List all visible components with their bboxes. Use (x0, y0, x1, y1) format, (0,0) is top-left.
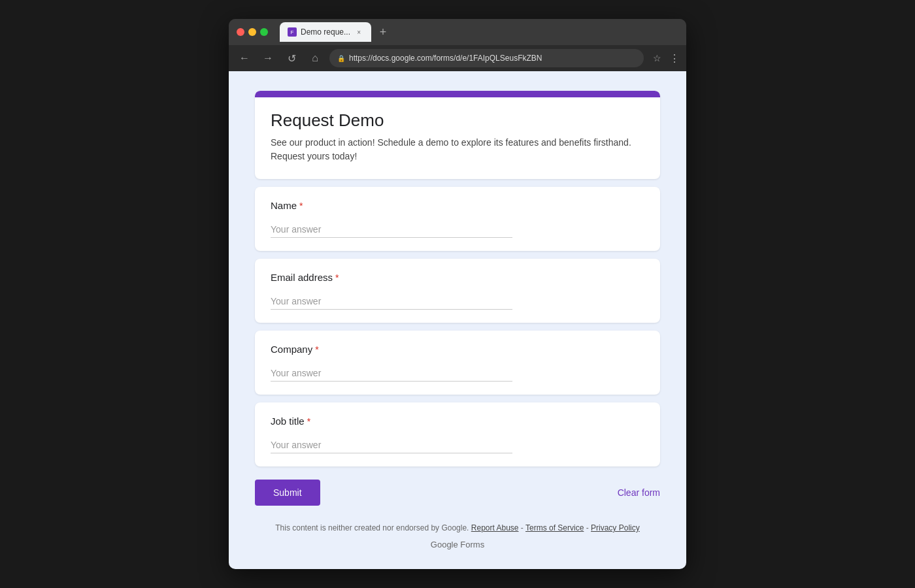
home-button[interactable]: ⌂ (306, 49, 324, 67)
email-label: Email address * (271, 272, 644, 283)
title-bar: F Demo reque... × + (229, 19, 686, 45)
email-input[interactable] (271, 293, 512, 310)
form-title: Request Demo (271, 110, 644, 131)
tab-favicon-icon: F (288, 27, 297, 37)
email-field-card: Email address * (255, 259, 660, 323)
footer: This content is neither created nor endo… (255, 521, 660, 536)
name-label: Name * (271, 200, 644, 211)
name-input[interactable] (271, 221, 512, 238)
footer-separator-1: - (521, 523, 525, 532)
report-abuse-link[interactable]: Report Abuse (471, 523, 519, 532)
tab-title: Demo reque... (301, 27, 350, 37)
job-title-label: Job title * (271, 416, 644, 427)
privacy-link[interactable]: Privacy Policy (591, 523, 640, 532)
company-label: Company * (271, 344, 644, 355)
terms-link[interactable]: Terms of Service (525, 523, 584, 532)
company-required-star: * (315, 344, 318, 355)
footer-text: This content is neither created nor endo… (275, 523, 469, 532)
google-forms-logo: Google Forms (255, 540, 660, 549)
url-text: https://docs.google.com/forms/d/e/1FAIpQ… (349, 54, 542, 63)
tab-bar: F Demo reque... × + (280, 22, 678, 42)
close-window-button[interactable] (237, 28, 244, 36)
footer-links: Report Abuse - Terms of Service - Privac… (471, 523, 640, 532)
back-button[interactable]: ← (235, 49, 254, 67)
name-required-star: * (299, 201, 303, 211)
traffic-lights (237, 28, 268, 36)
forward-button[interactable]: → (259, 49, 277, 67)
browser-menu-button[interactable]: ⋮ (669, 52, 680, 65)
maximize-window-button[interactable] (260, 28, 268, 36)
clear-form-button[interactable]: Clear form (618, 487, 660, 498)
company-field-card: Company * (255, 331, 660, 395)
email-required-star: * (335, 272, 339, 283)
page-content: Request Demo See our product in action! … (229, 71, 686, 569)
footer-separator-2: - (586, 523, 591, 532)
new-tab-button[interactable]: + (374, 23, 392, 41)
name-field-card: Name * (255, 187, 660, 251)
browser-window: F Demo reque... × + ← → ↺ ⌂ 🔒 https://do… (229, 19, 686, 569)
job-title-required-star: * (307, 416, 310, 427)
job-title-input[interactable] (271, 437, 512, 453)
job-title-field-card: Job title * (255, 402, 660, 466)
address-input[interactable]: 🔒 https://docs.google.com/forms/d/e/1FAI… (329, 49, 644, 67)
form-actions: Submit Clear form (255, 480, 660, 506)
form-header-card: Request Demo See our product in action! … (255, 91, 660, 179)
minimize-window-button[interactable] (248, 28, 256, 36)
form-description: See our product in action! Schedule a de… (271, 136, 644, 163)
lock-icon: 🔒 (337, 55, 345, 62)
refresh-button[interactable]: ↺ (282, 49, 301, 67)
form-header-stripe (255, 91, 660, 97)
active-tab[interactable]: F Demo reque... × (280, 22, 371, 42)
company-input[interactable] (271, 365, 512, 382)
form-header-body: Request Demo See our product in action! … (255, 97, 660, 179)
submit-button[interactable]: Submit (255, 480, 320, 506)
tab-close-button[interactable]: × (354, 27, 363, 37)
address-bar: ← → ↺ ⌂ 🔒 https://docs.google.com/forms/… (229, 45, 686, 71)
bookmark-button[interactable]: ☆ (653, 53, 661, 63)
